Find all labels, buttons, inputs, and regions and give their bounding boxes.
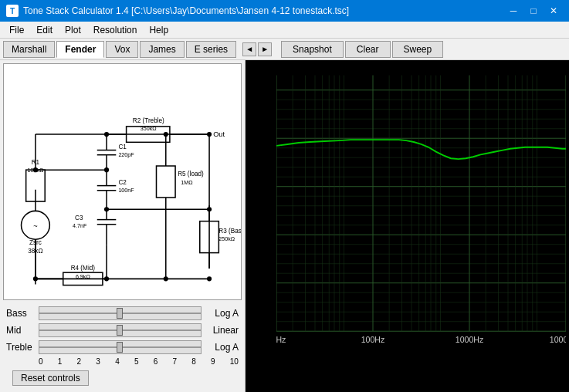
tick-10: 10 (230, 357, 239, 366)
tab-vox[interactable]: Vox (106, 41, 138, 58)
bass-slider[interactable] (39, 306, 202, 320)
svg-text:1MΩ: 1MΩ (181, 180, 193, 186)
bass-label: Bass (6, 308, 36, 319)
chart-svg: 0dB -10dB -20dB -30dB -40dB -50dB 10Hz 1… (276, 66, 566, 373)
minimize-button[interactable]: ─ (504, 3, 523, 19)
treble-slider[interactable] (39, 340, 202, 354)
menu-bar: File Edit Plot Resolution Help (0, 22, 569, 39)
svg-text:R4 (Mid): R4 (Mid) (71, 265, 96, 272)
bass-unit: Log A (205, 308, 239, 319)
tab-eseries[interactable]: E series (186, 41, 236, 58)
title-bar-left: T Tone Stack Calculator 1.4 [C:\Users\Ja… (6, 5, 349, 17)
svg-text:250kΩ: 250kΩ (218, 236, 235, 242)
sweep-button[interactable]: Sweep (392, 41, 444, 58)
svg-text:~: ~ (33, 222, 37, 230)
svg-point-58 (104, 132, 109, 137)
mid-label: Mid (6, 325, 36, 336)
menu-help[interactable]: Help (143, 23, 174, 37)
tab-marshall[interactable]: Marshall (3, 41, 55, 58)
app-icon: T (6, 5, 19, 17)
svg-point-67 (104, 207, 109, 211)
menu-edit[interactable]: Edit (30, 23, 59, 37)
controls-area: Bass Log A Mid Linear Treble (0, 303, 245, 392)
tab-fender[interactable]: Fender (56, 41, 104, 58)
tick-8: 8 (191, 357, 196, 366)
tab-nav: ◄ ► (242, 42, 272, 56)
snapshot-button[interactable]: Snapshot (281, 41, 344, 58)
svg-text:R5 (load): R5 (load) (178, 171, 204, 177)
svg-text:100Hz: 100Hz (361, 335, 385, 344)
tick-3: 3 (96, 357, 100, 366)
svg-point-65 (207, 132, 212, 137)
toolbar: Marshall Fender Vox James E series ◄ ► S… (0, 39, 569, 60)
close-button[interactable]: ✕ (544, 3, 563, 19)
tick-1: 1 (58, 357, 63, 366)
svg-text:220pF: 220pF (118, 152, 134, 158)
tick-5: 5 (134, 357, 139, 366)
svg-text:10000Hz: 10000Hz (550, 335, 566, 344)
treble-unit: Log A (205, 342, 239, 353)
svg-text:10Hz: 10Hz (276, 335, 286, 344)
svg-text:4.7nF: 4.7nF (73, 223, 87, 229)
left-panel: ~ Zsrc 38kΩ R1 100kΩ (0, 60, 246, 392)
ticks-row: 0 1 2 3 4 5 6 7 8 9 10 (6, 357, 239, 366)
tab-prev-button[interactable]: ◄ (242, 42, 256, 56)
tick-9: 9 (211, 357, 215, 366)
svg-text:350kΩ: 350kΩ (141, 126, 157, 132)
tick-6: 6 (154, 357, 158, 366)
clear-button[interactable]: Clear (345, 41, 391, 58)
svg-point-60 (33, 167, 38, 172)
svg-point-61 (33, 276, 38, 281)
svg-point-62 (104, 276, 109, 281)
mid-slider[interactable] (39, 323, 202, 337)
tab-group: Marshall Fender Vox James E series (3, 41, 236, 58)
svg-text:1000Hz: 1000Hz (456, 335, 483, 344)
svg-point-63 (164, 276, 168, 281)
svg-text:6.9kΩ: 6.9kΩ (76, 274, 91, 280)
right-panel: 0dB -10dB -20dB -30dB -40dB -50dB 10Hz 1… (246, 60, 569, 392)
svg-point-66 (164, 132, 168, 137)
svg-text:100nF: 100nF (118, 188, 134, 194)
reset-controls-button[interactable]: Reset controls (12, 370, 89, 386)
svg-text:C1: C1 (118, 144, 127, 150)
maximize-button[interactable]: □ (524, 3, 543, 19)
schematic-area: ~ Zsrc 38kΩ R1 100kΩ (3, 63, 242, 300)
menu-file[interactable]: File (3, 23, 30, 37)
tick-0: 0 (39, 357, 43, 366)
tick-7: 7 (172, 357, 177, 366)
tab-james[interactable]: James (140, 41, 184, 58)
window-title: Tone Stack Calculator 1.4 [C:\Users\Jay\… (23, 5, 349, 16)
svg-text:C3: C3 (75, 215, 83, 221)
mid-unit: Linear (205, 325, 239, 336)
svg-text:C2: C2 (118, 179, 127, 186)
schematic-svg: ~ Zsrc 38kΩ R1 100kΩ (4, 64, 241, 299)
svg-point-64 (207, 276, 212, 281)
menu-plot[interactable]: Plot (59, 23, 87, 37)
treble-control-row: Treble Log A (6, 340, 239, 354)
svg-text:R3 (Bass): R3 (Bass) (218, 228, 241, 235)
treble-label: Treble (6, 342, 36, 353)
tick-2: 2 (77, 357, 82, 366)
mid-control-row: Mid Linear (6, 323, 239, 337)
tab-next-button[interactable]: ► (258, 42, 272, 56)
menu-resolution[interactable]: Resolution (87, 23, 144, 37)
title-controls: ─ □ ✕ (504, 3, 563, 19)
svg-rect-69 (276, 76, 566, 365)
tick-4: 4 (115, 357, 120, 366)
tick-labels: 0 1 2 3 4 5 6 7 8 9 10 (39, 357, 239, 366)
svg-text:Out: Out (213, 130, 225, 138)
bass-control-row: Bass Log A (6, 306, 239, 320)
svg-point-68 (207, 207, 212, 211)
main-content: ~ Zsrc 38kΩ R1 100kΩ (0, 60, 569, 392)
title-bar: T Tone Stack Calculator 1.4 [C:\Users\Ja… (0, 0, 569, 22)
svg-text:R2 (Treble): R2 (Treble) (133, 117, 164, 124)
svg-point-59 (104, 167, 109, 172)
